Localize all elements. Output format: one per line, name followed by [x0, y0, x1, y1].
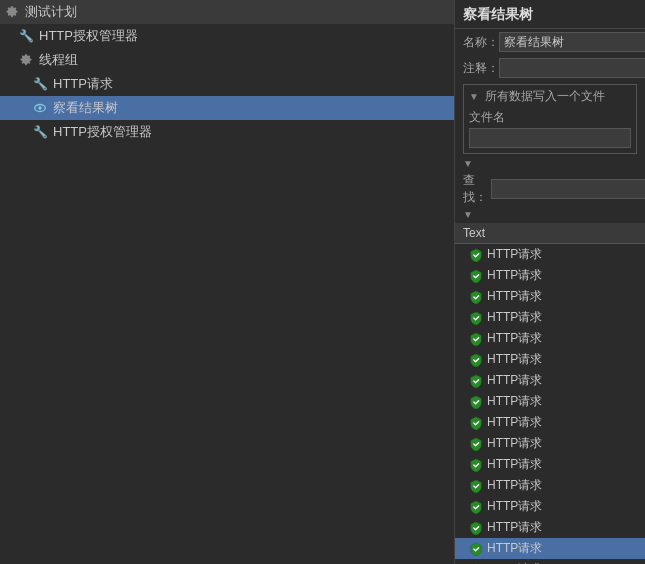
svg-point-3 — [38, 106, 42, 110]
result-item-label: HTTP请求 — [487, 372, 542, 389]
result-item[interactable]: HTTP请求 — [455, 412, 645, 433]
result-item-label: HTTP请求 — [487, 477, 542, 494]
collapse-arrow[interactable]: ▼ — [469, 91, 481, 103]
result-item[interactable]: HTTP请求 — [455, 391, 645, 412]
all-data-label: 所有数据写入一个文件 — [485, 88, 605, 105]
comment-input[interactable] — [499, 58, 645, 78]
green-check-icon — [469, 437, 483, 451]
right-panel: 察看结果树 名称： 注释： ▼ 所有数据写入一个文件 文件名 ▼ 查找： — [455, 0, 645, 564]
main-container: 测试计划🔧HTTP授权管理器线程组🔧HTTP请求察看结果树🔧HTTP授权管理器 … — [0, 0, 645, 564]
result-item[interactable]: HTTP请求 — [455, 538, 645, 559]
result-item-label: HTTP请求 — [487, 309, 542, 326]
result-item-label: HTTP请求 — [487, 498, 542, 515]
tree-item-test-plan[interactable]: 测试计划 — [0, 0, 454, 24]
gear-icon — [4, 4, 20, 20]
all-data-section: ▼ 所有数据写入一个文件 文件名 — [463, 84, 637, 154]
tree-item-http-request[interactable]: 🔧HTTP请求 — [0, 72, 454, 96]
result-item-label: HTTP请求 — [487, 330, 542, 347]
search-label: 查找： — [463, 172, 487, 206]
tree-item-http-auth-mgr-bot[interactable]: 🔧HTTP授权管理器 — [0, 120, 454, 144]
result-item[interactable]: HTTP请求 — [455, 244, 645, 265]
eye-icon — [32, 100, 48, 116]
collapse-btn[interactable]: ▼ — [455, 157, 645, 170]
filename-input[interactable] — [469, 128, 631, 148]
comment-row: 注释： — [455, 55, 645, 81]
result-item-label: HTTP请求 — [487, 246, 542, 263]
comment-label: 注释： — [463, 60, 499, 77]
result-item-label: HTTP请求 — [487, 540, 542, 557]
green-check-icon — [469, 311, 483, 325]
result-item[interactable]: HTTP请求 — [455, 328, 645, 349]
tree-item-label: HTTP请求 — [53, 75, 113, 93]
green-check-icon — [469, 416, 483, 430]
tree-item-label: 察看结果树 — [53, 99, 118, 117]
result-item-label: HTTP请求 — [487, 288, 542, 305]
green-check-icon — [469, 248, 483, 262]
green-check-icon — [469, 269, 483, 283]
result-item[interactable]: HTTP请求 — [455, 265, 645, 286]
green-check-icon — [469, 542, 483, 556]
name-label: 名称： — [463, 34, 499, 51]
result-item[interactable]: HTTP请求 — [455, 517, 645, 538]
search-input[interactable] — [491, 179, 645, 199]
filename-label: 文件名 — [469, 107, 631, 128]
name-row: 名称： — [455, 29, 645, 55]
wrench-icon: 🔧 — [18, 28, 34, 44]
search-row: 查找： — [455, 170, 645, 208]
green-check-icon — [469, 290, 483, 304]
tree-item-label: HTTP授权管理器 — [39, 27, 138, 45]
green-check-icon — [469, 521, 483, 535]
result-item[interactable]: HTTP请求 — [455, 307, 645, 328]
green-check-icon — [469, 332, 483, 346]
name-input[interactable] — [499, 32, 645, 52]
result-item-label: HTTP请求 — [487, 414, 542, 431]
green-check-icon — [469, 395, 483, 409]
tree-item-label: HTTP授权管理器 — [53, 123, 152, 141]
results-area[interactable]: Text HTTP请求 HTTP请求 HTTP请求 HTTP请求 HTTP请求 … — [455, 223, 645, 564]
result-item-label: HTTP请求 — [487, 267, 542, 284]
result-item-label: HTTP请求 — [487, 435, 542, 452]
tree-item-http-auth-mgr-top[interactable]: 🔧HTTP授权管理器 — [0, 24, 454, 48]
result-item[interactable]: HTTP请求 — [455, 454, 645, 475]
green-check-icon — [469, 500, 483, 514]
tree-item-label: 线程组 — [39, 51, 78, 69]
gear-icon — [18, 52, 34, 68]
result-item-label: HTTP请求 — [487, 519, 542, 536]
tree-item-view-results-tree[interactable]: 察看结果树 — [0, 96, 454, 120]
result-item-label: HTTP请求 — [487, 456, 542, 473]
result-item[interactable]: HTTP请求 — [455, 559, 645, 564]
wrench-icon: 🔧 — [32, 124, 48, 140]
green-check-icon — [469, 374, 483, 388]
panel-title: 察看结果树 — [455, 0, 645, 29]
result-item[interactable]: HTTP请求 — [455, 475, 645, 496]
tree-item-thread-group[interactable]: 线程组 — [0, 48, 454, 72]
result-item[interactable]: HTTP请求 — [455, 349, 645, 370]
green-check-icon — [469, 479, 483, 493]
all-data-header: ▼ 所有数据写入一个文件 — [469, 88, 631, 105]
collapse-btn2[interactable]: ▼ — [455, 208, 645, 221]
green-check-icon — [469, 353, 483, 367]
left-panel: 测试计划🔧HTTP授权管理器线程组🔧HTTP请求察看结果树🔧HTTP授权管理器 — [0, 0, 455, 564]
http-icon: 🔧 — [32, 76, 48, 92]
tree-item-label: 测试计划 — [25, 3, 77, 21]
result-item[interactable]: HTTP请求 — [455, 433, 645, 454]
result-item[interactable]: HTTP请求 — [455, 370, 645, 391]
result-item[interactable]: HTTP请求 — [455, 496, 645, 517]
filename-row: 文件名 — [469, 105, 631, 150]
results-header: Text — [455, 223, 645, 244]
green-check-icon — [469, 458, 483, 472]
result-item[interactable]: HTTP请求 — [455, 286, 645, 307]
result-item-label: HTTP请求 — [487, 351, 542, 368]
result-item-label: HTTP请求 — [487, 393, 542, 410]
